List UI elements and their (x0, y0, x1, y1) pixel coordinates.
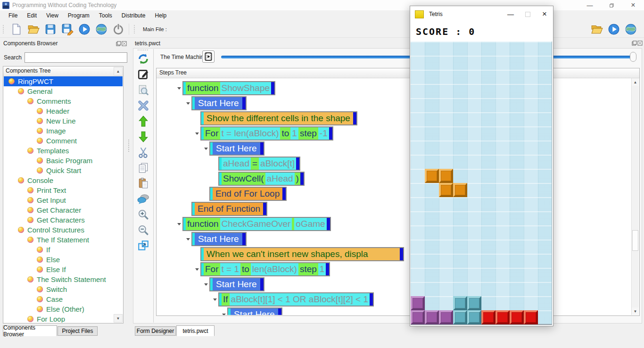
tetris-minimize-button[interactable]: — (502, 6, 519, 22)
menu-help[interactable]: Help (150, 10, 172, 21)
tetris-maximize-button[interactable] (519, 6, 536, 22)
step-node[interactable]: For t = 1 to len(aBlock) step 1 (200, 262, 330, 276)
tree-item-else[interactable]: Else (4, 255, 123, 265)
tetris-titlebar[interactable]: Tetris — × (410, 6, 553, 22)
close-panel-icon[interactable] (122, 41, 127, 46)
step-row[interactable]: End of Function (157, 201, 631, 216)
step-node[interactable]: aHead = aBlock[t] (218, 157, 300, 171)
tree-item-quick-start[interactable]: Quick Start (4, 166, 123, 175)
step-node[interactable]: function ShowShape (182, 81, 275, 95)
save-as-icon[interactable] (61, 23, 74, 35)
move-down-icon[interactable] (137, 131, 149, 143)
tree-item-general[interactable]: General (4, 86, 123, 96)
expand-arrow-icon[interactable] (194, 268, 200, 271)
comments-icon[interactable] (137, 193, 149, 205)
tree-item-if[interactable]: If (4, 245, 123, 255)
move-up-icon[interactable] (137, 115, 149, 127)
tree-item-console[interactable]: Console (4, 175, 123, 185)
tree-item-print-text[interactable]: Print Text (4, 185, 123, 195)
side-toolbar-grip[interactable] (138, 50, 148, 52)
step-node[interactable]: Start Here (227, 307, 282, 315)
step-row[interactable]: Start Here (157, 277, 631, 292)
step-node[interactable]: When we can't insert new shapes, displa (200, 247, 404, 261)
expand-arrow-icon[interactable] (185, 238, 191, 240)
delete-icon[interactable] (137, 99, 149, 112)
toolbar-grip-2[interactable] (134, 25, 137, 33)
menu-distribute[interactable]: Distribute (117, 10, 150, 21)
edit-icon[interactable] (137, 68, 149, 81)
tree-item-header[interactable]: Header (4, 106, 123, 116)
search-input[interactable] (25, 52, 127, 63)
panel-splitter[interactable] (128, 140, 130, 152)
step-node[interactable]: Start Here (209, 141, 264, 156)
zoom-in-icon[interactable] (137, 208, 149, 221)
float-panel-icon[interactable] (116, 41, 121, 46)
steps-scrollbar[interactable]: ▲ ▼ (631, 78, 639, 315)
time-machine-play-icon[interactable] (202, 50, 215, 63)
web-deploy-icon[interactable] (625, 23, 637, 35)
tree-scroll-down-button[interactable]: ▼ (114, 314, 123, 323)
toolbar-grip[interactable] (3, 25, 6, 33)
step-row[interactable]: ShowCell(aHead) (157, 171, 631, 186)
expand-arrow-icon[interactable] (212, 298, 218, 301)
tree-item-else-if[interactable]: Else If (4, 265, 123, 274)
tree-scroll-up-button[interactable]: ▲ (114, 67, 123, 75)
step-node[interactable]: End of Function (191, 202, 267, 216)
open-folder-icon[interactable] (27, 23, 40, 35)
step-row[interactable]: function CheckGameOveroGame (157, 216, 631, 232)
cut-icon[interactable] (137, 146, 149, 158)
find-icon[interactable] (137, 84, 149, 96)
tree-item-control-structures[interactable]: Control Structures (4, 225, 123, 235)
menu-edit[interactable]: Edit (22, 10, 41, 21)
open-folder-icon[interactable] (591, 23, 603, 35)
new-file-icon[interactable] (10, 23, 23, 35)
step-node[interactable]: For t = len(aBlock) to 1 step -1 (200, 126, 333, 141)
steps-scroll-down-button[interactable]: ▼ (632, 307, 639, 315)
expand-arrow-icon[interactable] (203, 283, 209, 286)
step-node[interactable]: function CheckGameOveroGame (182, 217, 331, 231)
tree-item-new-line[interactable]: New Line (4, 116, 123, 126)
step-node[interactable]: Start Here (191, 232, 247, 246)
tree-item-for-loop[interactable]: For Loop (4, 314, 123, 323)
minimize-button[interactable]: — (579, 0, 601, 10)
menu-file[interactable]: File (4, 10, 22, 21)
tab-project-files[interactable]: Project Files (58, 326, 98, 336)
tree-item-get-input[interactable]: Get Input (4, 195, 123, 205)
tree-item-image[interactable]: Image (4, 126, 123, 136)
run-icon[interactable] (78, 23, 91, 35)
close-button[interactable]: × (622, 0, 644, 10)
tree-item-ringpwct[interactable]: RingPWCT (4, 76, 123, 86)
expand-arrow-icon[interactable] (194, 133, 200, 135)
steps-scrollbar-thumb[interactable] (632, 230, 638, 251)
refresh-icon[interactable] (137, 53, 149, 65)
tree-item-get-characters[interactable]: Get Characters (4, 215, 123, 225)
tab-form-designer[interactable]: Form Designer (135, 326, 176, 336)
menu-view[interactable]: View (41, 10, 63, 21)
step-row[interactable]: End of For Loop (157, 186, 631, 201)
close-editor-icon[interactable] (637, 41, 643, 46)
copy-icon[interactable] (137, 162, 149, 174)
tree-item-else-other[interactable]: Else (Other) (4, 304, 123, 314)
tab-tetris-pwct[interactable]: tetris.pwct (176, 325, 215, 336)
step-node[interactable]: ShowCell(aHead) (218, 172, 305, 186)
menu-program[interactable]: Program (63, 10, 94, 21)
tab-components-browser[interactable]: Components Browser (3, 325, 57, 336)
restore-button[interactable] (601, 0, 622, 10)
expand-arrow-icon[interactable] (176, 223, 182, 225)
steps-scroll-up-button[interactable]: ▲ (632, 78, 639, 86)
step-row[interactable]: function ShowShape (157, 81, 631, 96)
step-row[interactable]: Show the different cells in the shape (157, 111, 631, 126)
paste-icon[interactable] (137, 177, 149, 190)
tree-item-basic-program[interactable]: Basic Program (4, 156, 123, 166)
tree-item-comment[interactable]: Comment (4, 136, 123, 146)
tree-item-the-if-statement[interactable]: The If Statement (4, 235, 123, 245)
zoom-out-icon[interactable] (137, 224, 149, 236)
web-deploy-icon[interactable] (95, 23, 107, 35)
tree-item-case[interactable]: Case (4, 294, 123, 304)
step-row[interactable]: Start Here (157, 307, 631, 315)
step-node[interactable]: Start Here (191, 96, 247, 110)
step-row[interactable]: If aBlock[t][1] < 1 OR aBlock[t][2] < 1 (157, 292, 631, 307)
tree-item-comments[interactable]: Comments (4, 96, 123, 106)
step-row[interactable]: For t = 1 to len(aBlock) step 1 (157, 262, 631, 277)
tree-item-the-switch-statement[interactable]: The Switch Statement (4, 274, 123, 284)
